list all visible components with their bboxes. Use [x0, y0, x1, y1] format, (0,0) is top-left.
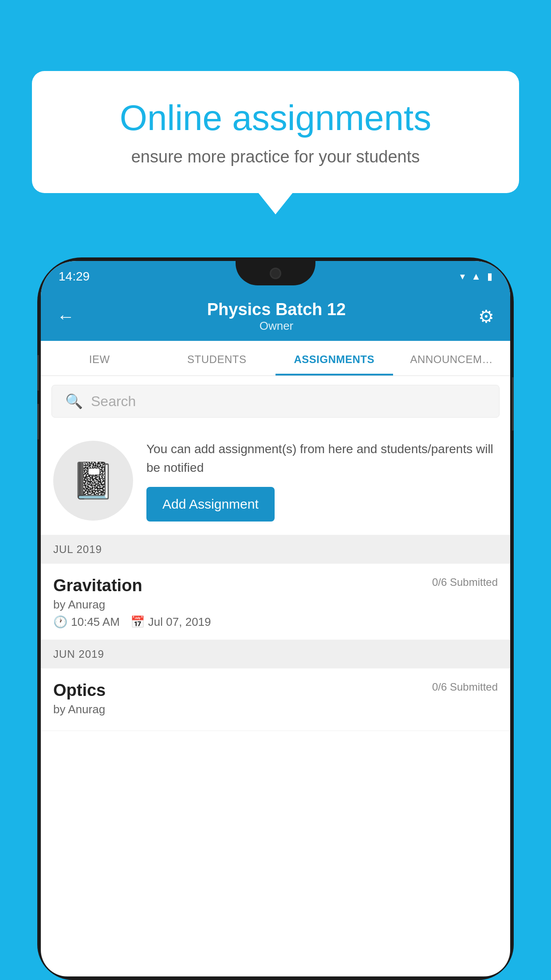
section-header-jun: JUN 2019	[41, 640, 510, 668]
search-icon: 🔍	[65, 393, 83, 410]
signal-icon: ▲	[471, 271, 481, 282]
calendar-icon: 📅	[130, 615, 145, 629]
assignment-by: by Anurag	[53, 598, 498, 612]
notebook-icon: 📓	[71, 460, 115, 502]
batch-role: Owner	[207, 319, 346, 333]
tab-announcements[interactable]: ANNOUNCEM…	[393, 341, 511, 375]
power-button	[512, 377, 514, 431]
phone-screen: 14:29 ▾ ▲ ▮ ← Physics Batch 12 Owner ⚙ I…	[41, 261, 510, 976]
battery-icon: ▮	[487, 271, 492, 282]
status-icons: ▾ ▲ ▮	[460, 271, 492, 282]
volume-down-button	[37, 404, 39, 439]
phone-notch	[236, 261, 315, 285]
assignment-date: 📅 Jul 07, 2019	[130, 615, 211, 629]
assignment-time: 🕐 10:45 AM	[53, 615, 120, 629]
speech-bubble: Online assignments ensure more practice …	[32, 71, 519, 193]
assignment-top-row: Gravitation 0/6 Submitted	[53, 576, 498, 595]
wifi-icon: ▾	[460, 271, 465, 282]
phone-content: 🔍 Search 📓 You can add assignment(s) fro…	[41, 376, 510, 731]
assignment-name: Gravitation	[53, 576, 142, 595]
clock-icon: 🕐	[53, 615, 67, 629]
tab-assignments[interactable]: ASSIGNMENTS	[276, 341, 393, 375]
tab-students[interactable]: STUDENTS	[158, 341, 276, 375]
speech-bubble-subtitle: ensure more practice for your students	[67, 147, 484, 166]
assignment-item-gravitation[interactable]: Gravitation 0/6 Submitted by Anurag 🕐 10…	[41, 564, 510, 640]
add-assignment-button[interactable]: Add Assignment	[146, 487, 275, 522]
section-header-jul: JUL 2019	[41, 535, 510, 564]
tab-overview[interactable]: IEW	[41, 341, 158, 375]
promo-icon-circle: 📓	[53, 441, 133, 521]
speech-bubble-title: Online assignments	[67, 98, 484, 138]
assignment-meta: 🕐 10:45 AM 📅 Jul 07, 2019	[53, 615, 498, 629]
assignment-by-optics: by Anurag	[53, 703, 498, 716]
volume-up-button	[37, 355, 39, 391]
assignment-name-optics: Optics	[53, 681, 106, 700]
status-bar: 14:29 ▾ ▲ ▮	[41, 261, 510, 292]
back-button[interactable]: ←	[57, 307, 75, 327]
header-title-block: Physics Batch 12 Owner	[207, 300, 346, 333]
status-time: 14:29	[59, 269, 90, 284]
app-header: ← Physics Batch 12 Owner ⚙	[41, 292, 510, 341]
assignment-item-optics[interactable]: Optics 0/6 Submitted by Anurag	[41, 668, 510, 731]
add-assignment-promo: 📓 You can add assignment(s) from here an…	[41, 427, 510, 535]
speech-bubble-container: Online assignments ensure more practice …	[32, 71, 519, 193]
assignment-submitted-optics: 0/6 Submitted	[432, 681, 498, 693]
search-placeholder-text: Search	[91, 393, 136, 410]
promo-text: You can add assignment(s) from here and …	[146, 440, 498, 477]
search-bar-container: 🔍 Search	[41, 376, 510, 427]
batch-title: Physics Batch 12	[207, 300, 346, 319]
assignment-top-row-optics: Optics 0/6 Submitted	[53, 681, 498, 700]
phone-frame: 14:29 ▾ ▲ ▮ ← Physics Batch 12 Owner ⚙ I…	[37, 257, 514, 980]
front-camera	[270, 268, 281, 279]
settings-button[interactable]: ⚙	[478, 306, 494, 327]
tab-bar: IEW STUDENTS ASSIGNMENTS ANNOUNCEM…	[41, 341, 510, 376]
search-bar[interactable]: 🔍 Search	[51, 385, 500, 418]
promo-right: You can add assignment(s) from here and …	[146, 440, 498, 522]
assignment-submitted: 0/6 Submitted	[432, 576, 498, 589]
